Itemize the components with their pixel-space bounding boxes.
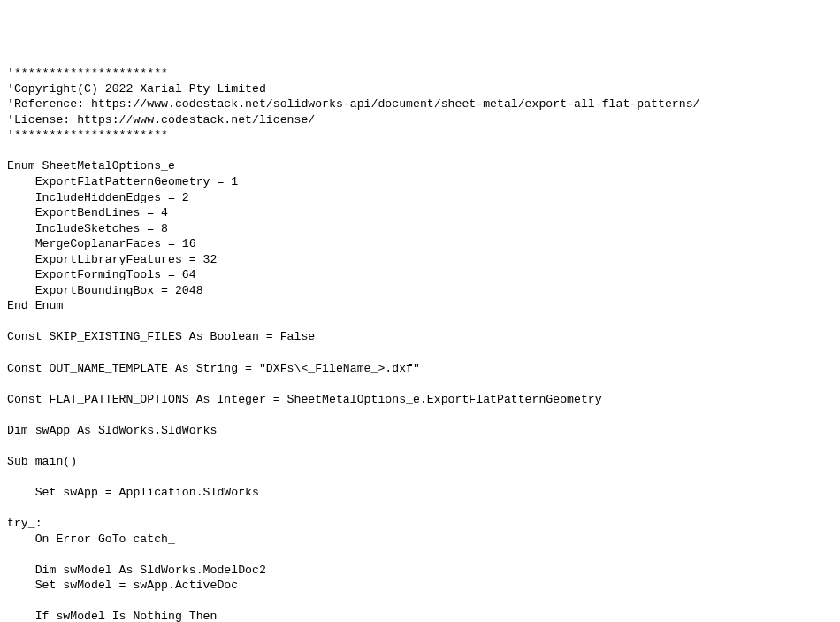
code-line: ExportFormingTools = 64 [7, 268, 196, 281]
code-line: Const FLAT_PATTERN_OPTIONS As Integer = … [7, 393, 602, 406]
code-line: ExportBoundingBox = 2048 [7, 284, 203, 297]
code-line: Set swApp = Application.SldWorks [7, 486, 259, 499]
code-line: Dim swApp As SldWorks.SldWorks [7, 424, 217, 437]
code-line: Const OUT_NAME_TEMPLATE As String = "DXF… [7, 362, 420, 375]
code-line: Dim swModel As SldWorks.ModelDoc2 [7, 564, 266, 577]
code-line: IncludeHiddenEdges = 2 [7, 191, 189, 204]
code-line: 'Reference: https://www.codestack.net/so… [7, 97, 699, 111]
code-line: On Error GoTo catch_ [7, 533, 175, 546]
code-line: 'License: https://www.codestack.net/lice… [7, 113, 315, 127]
code-line: ExportLibraryFeatures = 32 [7, 253, 217, 266]
code-line: Const SKIP_EXISTING_FILES As Boolean = F… [7, 330, 315, 343]
code-line: '********************** [7, 66, 168, 80]
code-line: IncludeSketches = 8 [7, 222, 168, 235]
code-block: '********************** 'Copyright(C) 20… [7, 65, 833, 622]
code-line: ExportFlatPatternGeometry = 1 [7, 175, 238, 188]
code-line: Sub main() [7, 455, 77, 468]
code-line: Set swModel = swApp.ActiveDoc [7, 579, 238, 592]
code-line: ExportBendLines = 4 [7, 206, 168, 219]
code-line: MergeCoplanarFaces = 16 [7, 237, 196, 250]
code-line: '********************** [7, 128, 168, 142]
code-line: End Enum [7, 299, 63, 312]
code-line: If swModel Is Nothing Then [7, 610, 217, 622]
code-line: 'Copyright(C) 2022 Xarial Pty Limited [7, 82, 266, 96]
code-line: Enum SheetMetalOptions_e [7, 159, 175, 173]
code-line: try_: [7, 517, 42, 530]
